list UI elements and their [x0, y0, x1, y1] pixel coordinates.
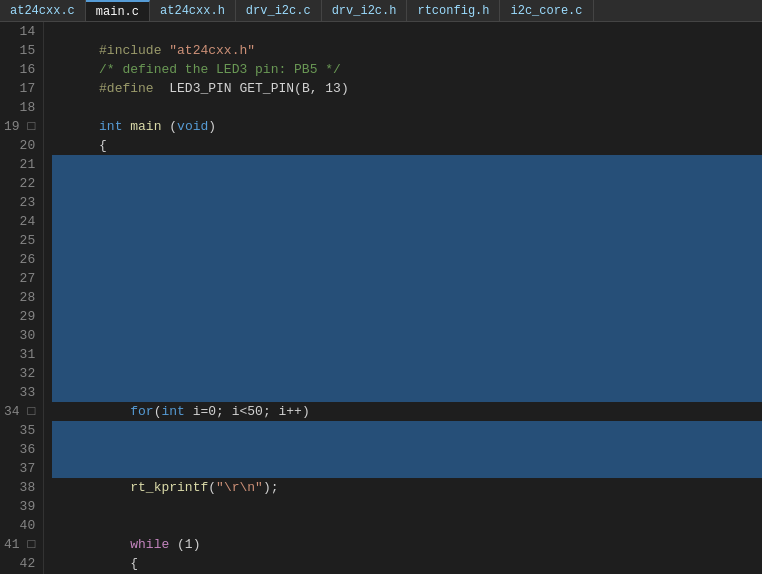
code-line-17 [52, 79, 762, 98]
code-line-20: /* set LED3 pin mode to output */ [52, 136, 762, 155]
code-line-35: rt_kprintf("%d ", buff1[i]); [52, 421, 762, 440]
code-line-27: buff[i]=i+'a'; [52, 269, 762, 288]
code-line-40: while (1) [52, 516, 762, 535]
code-line-32: rt_kprintf("\r\nread: "); [52, 364, 762, 383]
code-line-24: uint8_t buff[100]; [52, 212, 762, 231]
code-line-18: int main (void) [52, 98, 762, 117]
code-line-33: for(int i=0; i<50; i++) [52, 383, 762, 402]
code-line-30 [52, 326, 762, 345]
code-line-15: /* defined the LED3 pin: PB5 */ [52, 41, 762, 60]
code-line-41: { [52, 535, 762, 554]
code-line-37: rt_kprintf("\r\n"); [52, 459, 762, 478]
code-line-39 [52, 497, 762, 516]
code-line-23 [52, 193, 762, 212]
code-line-25: uint8_t buff1[100]; [52, 231, 762, 250]
editor-area: 14 15 16 17 18 19 □ 20 21 22 23 24 25 26… [0, 22, 762, 574]
line-numbers: 14 15 16 17 18 19 □ 20 21 22 23 24 25 26… [0, 22, 44, 574]
code-line-36: } [52, 440, 762, 459]
code-line-19: { [52, 117, 762, 136]
code-line-34: { [52, 402, 762, 421]
code-content[interactable]: #include "at24cxx.h" /* defined the LED3… [44, 22, 762, 574]
code-line-21: rt_pin_mode(LED3_PIN, PIN_MODE_OUTPUT); [52, 155, 762, 174]
tab-at24cxx-c[interactable]: at24cxx.c [0, 0, 86, 21]
code-line-26: for(int i=0; i<100; i++) [52, 250, 762, 269]
tab-at24cxx-h[interactable]: at24cxx.h [150, 0, 236, 21]
tab-rtconfig-h[interactable]: rtconfig.h [407, 0, 500, 21]
code-line-14: #include "at24cxx.h" [52, 22, 762, 41]
code-line-42: rt_pin_write(LED3_PIN, PIN_HIGH); [52, 554, 762, 573]
code-line-38 [52, 478, 762, 497]
code-line-31: at24cxx_page_read(dev, 0, buff1, 50); [52, 345, 762, 364]
tab-drv-i2c-h[interactable]: drv_i2c.h [322, 0, 408, 21]
tab-bar: at24cxx.c main.c at24cxx.h drv_i2c.c drv… [0, 0, 762, 22]
code-line-22: at24cxx_device_t dev = at24cxx_init("i2c… [52, 174, 762, 193]
tab-i2c-core-c[interactable]: i2c_core.c [500, 0, 593, 21]
code-line-28: at24cxx_page_write(dev, 0, buff, 50); [52, 288, 762, 307]
tab-main-c[interactable]: main.c [86, 0, 150, 21]
code-line-29: rt_thread_mdelay(10); [52, 307, 762, 326]
tab-drv-i2c-c[interactable]: drv_i2c.c [236, 0, 322, 21]
code-line-16: #define LED3_PIN GET_PIN(B, 13) [52, 60, 762, 79]
